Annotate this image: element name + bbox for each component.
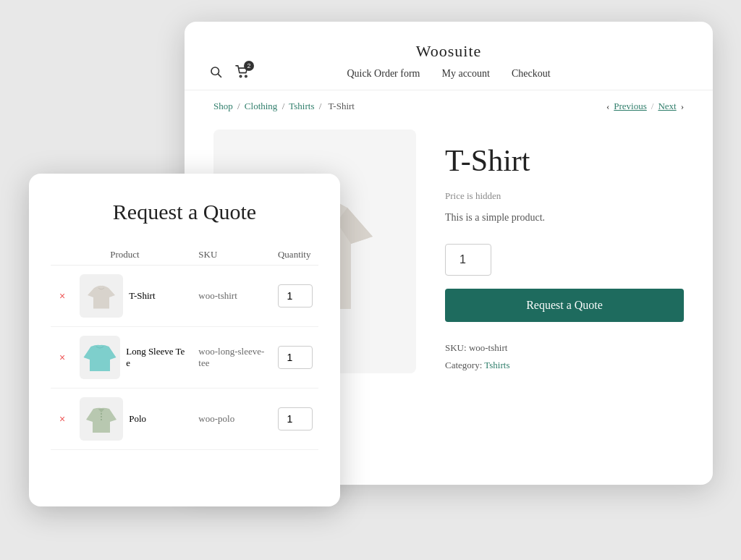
breadcrumb-clothing[interactable]: Clothing <box>245 101 278 111</box>
svg-line-1 <box>218 74 221 77</box>
item-2-name[interactable]: Long Sleeve Te e <box>126 346 185 368</box>
main-nav: Quick Order form My account Checkout <box>213 68 684 80</box>
item-3-thumbnail <box>80 397 123 441</box>
site-header: 2 Woosuite Quick Order form My account C… <box>185 22 713 90</box>
table-row: × <box>51 389 318 450</box>
category-link[interactable]: Tshirts <box>484 360 509 370</box>
item-1-thumb-cell: T-Shirt <box>80 274 187 318</box>
chevron-right-icon: › <box>681 101 684 112</box>
chevron-left-icon: ‹ <box>606 101 609 112</box>
product-title: T-Shirt <box>445 144 684 177</box>
svg-point-3 <box>245 75 247 77</box>
item-1-sku: woo-tshirt <box>192 266 272 327</box>
quote-form-card: Request a Quote Product SKU Quantity × <box>29 174 340 506</box>
product-info: T-Shirt Price is hidden This is a simple… <box>445 130 684 373</box>
site-title: Woosuite <box>213 42 684 61</box>
item-1-thumbnail <box>80 274 123 318</box>
breadcrumb-shop[interactable]: Shop <box>213 101 233 111</box>
col-sku-header: SKU <box>192 245 272 266</box>
item-3-sku: woo-polo <box>192 389 272 450</box>
quantity-input[interactable] <box>445 244 491 276</box>
svg-point-2 <box>240 75 241 77</box>
product-category: Category: Tshirts <box>445 357 684 373</box>
nav-quick-order[interactable]: Quick Order form <box>347 68 420 80</box>
remove-item-3-button[interactable]: × <box>56 413 68 425</box>
table-row: × Long Sleeve Te e <box>51 327 318 389</box>
product-meta: SKU: woo-tshirt Category: Tshirts <box>445 339 684 373</box>
item-2-thumb-cell: Long Sleeve Te e <box>80 336 187 379</box>
product-navigation: ‹ Previous / Next › <box>606 101 684 112</box>
col-quantity-header: Quantity <box>272 245 318 266</box>
col-product-header: Product <box>74 245 192 266</box>
breadcrumb-bar: Shop / Clothing / Tshirts / T-Shirt ‹ Pr… <box>185 90 713 122</box>
nav-my-account[interactable]: My account <box>441 68 489 80</box>
svg-point-12 <box>101 419 102 420</box>
item-2-thumbnail <box>80 336 120 379</box>
cart-icon[interactable]: 2 <box>234 64 251 83</box>
price-status: Price is hidden <box>445 190 684 202</box>
breadcrumb-tshirts[interactable]: Tshirts <box>289 101 314 111</box>
next-product-link[interactable]: Next <box>658 101 676 112</box>
search-icon[interactable] <box>208 64 224 83</box>
request-quote-button[interactable]: Request a Quote <box>445 289 684 322</box>
breadcrumb: Shop / Clothing / Tshirts / T-Shirt <box>213 101 357 112</box>
item-1-quantity-input[interactable] <box>278 284 313 307</box>
item-2-sku: woo-long-sleeve-tee <box>192 327 272 389</box>
product-sku: SKU: woo-tshirt <box>445 339 684 356</box>
item-3-quantity-input[interactable] <box>278 407 313 430</box>
nav-checkout[interactable]: Checkout <box>512 68 551 80</box>
quote-items-table: Product SKU Quantity × <box>51 245 318 450</box>
col-remove-header <box>51 245 74 266</box>
previous-product-link[interactable]: Previous <box>614 101 647 112</box>
product-description: This is a simple product. <box>445 212 684 224</box>
table-row: × T-Shirt woo <box>51 266 318 327</box>
svg-point-11 <box>101 416 102 417</box>
item-3-thumb-cell: Polo <box>80 397 187 441</box>
quote-form-title: Request a Quote <box>51 200 318 224</box>
remove-item-2-button[interactable]: × <box>56 352 68 363</box>
remove-item-1-button[interactable]: × <box>56 290 68 302</box>
item-2-quantity-input[interactable] <box>278 346 313 369</box>
item-3-name[interactable]: Polo <box>129 413 146 424</box>
svg-point-10 <box>101 413 102 415</box>
item-1-name[interactable]: T-Shirt <box>129 290 155 301</box>
breadcrumb-current: T-Shirt <box>329 101 355 111</box>
